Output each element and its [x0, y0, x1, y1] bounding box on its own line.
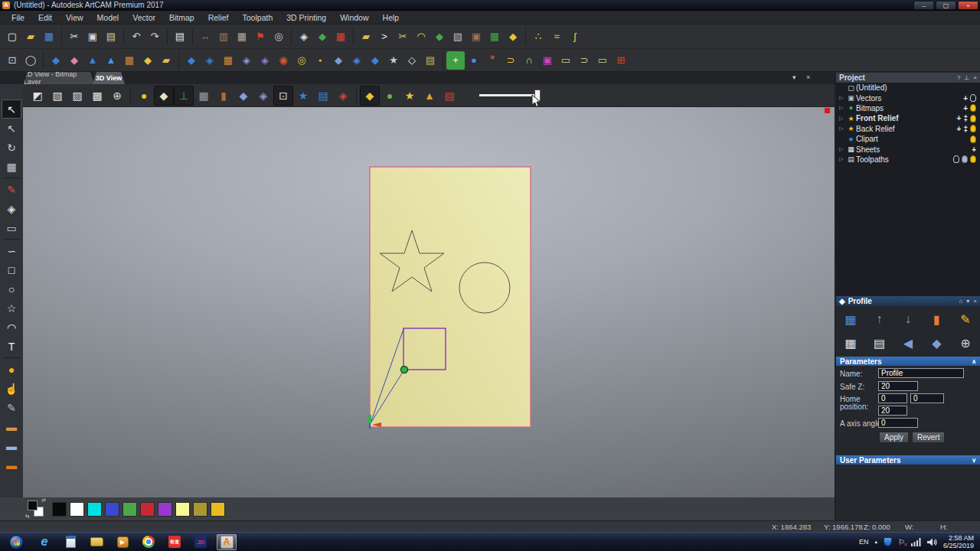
- expand-arrow-icon[interactable]: ▷: [839, 116, 846, 122]
- chisel-tool[interactable]: ▬: [2, 417, 21, 436]
- pyramid-icon[interactable]: ▲: [420, 86, 439, 106]
- origin-axes-icon[interactable]: ⊥: [174, 86, 194, 106]
- tree-item-back-relief[interactable]: ▷★Back Relief+‡: [836, 124, 980, 134]
- safez-field[interactable]: [878, 381, 918, 391]
- menu-file[interactable]: File: [5, 11, 31, 24]
- add-item-icon[interactable]: +: [957, 125, 962, 133]
- origin-y-marker[interactable]: [369, 423, 371, 429]
- menu-vector[interactable]: Vector: [126, 11, 162, 24]
- text-tool[interactable]: T: [2, 337, 21, 356]
- expand-arrow-icon[interactable]: ▷: [839, 95, 846, 101]
- redo-icon[interactable]: ↷: [145, 28, 164, 46]
- block-icon[interactable]: ◆: [234, 86, 253, 106]
- blue-jug-icon[interactable]: ●: [465, 51, 483, 70]
- youdao-icon[interactable]: 有道: [165, 534, 185, 550]
- color-tiles-icon[interactable]: ▦: [233, 28, 251, 46]
- circle-tool[interactable]: ○: [2, 279, 21, 298]
- transform-tool[interactable]: ↻: [2, 138, 21, 157]
- machine-region-icon[interactable]: ⊞: [612, 51, 630, 70]
- node-path-icon[interactable]: ʃ: [566, 28, 584, 46]
- layer-stack-icon[interactable]: ▤: [421, 51, 439, 70]
- raise-relief-icon[interactable]: ◈: [237, 51, 256, 70]
- gate-icon[interactable]: ∩: [520, 51, 538, 70]
- reset-colors-icon[interactable]: ⇆: [25, 514, 30, 520]
- profile-float-icon[interactable]: ⌂: [959, 298, 962, 305]
- wrap-relief-icon[interactable]: ◆: [329, 51, 348, 70]
- open-folder-icon[interactable]: ▰: [21, 28, 40, 46]
- add-relief-icon[interactable]: +: [446, 51, 465, 70]
- menu-relief[interactable]: Relief: [201, 11, 236, 24]
- vector-library-icon[interactable]: ▰: [357, 28, 375, 46]
- cut-icon[interactable]: ✂: [65, 28, 83, 46]
- tab-2d-view[interactable]: 2D View - Bitmap Layer: [24, 72, 94, 84]
- copy-icon[interactable]: ▣: [83, 28, 102, 46]
- color-swatch-icon[interactable]: ▦: [332, 28, 350, 46]
- palette-swatch-8[interactable]: [193, 502, 207, 517]
- network-icon[interactable]: [911, 538, 921, 546]
- expand-arrow-icon[interactable]: ▷: [839, 156, 846, 162]
- mirror-relief-icon[interactable]: ▥: [214, 28, 233, 46]
- offset-vector-icon[interactable]: ◆: [430, 28, 449, 46]
- layers-3d-icon[interactable]: ▤: [313, 86, 333, 106]
- explorer-icon[interactable]: [87, 534, 106, 550]
- user-parameters-header[interactable]: User Parameters ∨: [836, 455, 980, 465]
- palette-swatch-6[interactable]: [158, 502, 172, 517]
- copy-view-icon[interactable]: ⊡: [273, 86, 293, 106]
- tab-close-icon[interactable]: ×: [806, 73, 810, 81]
- user-parameters-expand-icon[interactable]: ∨: [972, 457, 976, 464]
- profile-close-icon[interactable]: ×: [973, 298, 977, 305]
- iso-view-icon[interactable]: ◩: [28, 86, 47, 106]
- notes-icon[interactable]: ▤: [171, 28, 189, 46]
- tab-3d-view[interactable]: 3D View: [93, 72, 125, 84]
- tree-item-toolpaths[interactable]: ▷▤Toolpaths: [836, 155, 980, 165]
- trim-vectors-icon[interactable]: ⊃: [575, 51, 593, 70]
- view-top-icon[interactable]: ▩: [87, 86, 107, 106]
- star-tool[interactable]: ☆: [2, 298, 21, 318]
- palette-swatch-7[interactable]: [175, 502, 190, 517]
- menu-view[interactable]: View: [59, 11, 90, 24]
- freehand-tool[interactable]: ∽: [2, 241, 21, 260]
- snip-vector-icon[interactable]: ✂: [394, 28, 412, 46]
- draw-plane-icon[interactable]: ◆: [154, 86, 174, 106]
- palette-swatch-1[interactable]: [70, 502, 84, 517]
- half-relief-icon[interactable]: ◈: [201, 51, 219, 70]
- menu-window[interactable]: Window: [333, 11, 375, 24]
- move-down-icon[interactable]: ↓: [897, 309, 919, 329]
- undo-icon[interactable]: ↶: [127, 28, 145, 46]
- fg-bg-color-selector[interactable]: ⇄ ⇆: [28, 500, 44, 517]
- pencil-tool[interactable]: ✎: [2, 180, 21, 199]
- sculpt-drop-tool[interactable]: ●: [2, 360, 21, 379]
- expand-arrow-icon[interactable]: ▷: [839, 105, 846, 111]
- menu-edit[interactable]: Edit: [31, 11, 59, 24]
- star-ball-icon[interactable]: ★: [384, 51, 403, 70]
- origin-z-marker[interactable]: [368, 415, 371, 423]
- language-indicator[interactable]: EN: [859, 538, 869, 546]
- home-y-field[interactable]: [910, 393, 944, 403]
- shading-slider-track[interactable]: [479, 94, 539, 96]
- palette-swatch-5[interactable]: [140, 502, 155, 517]
- round-rect-icon[interactable]: ▭: [593, 51, 612, 70]
- view-close-indicator[interactable]: [825, 108, 830, 113]
- rotate-view-icon[interactable]: ◯: [21, 51, 40, 70]
- volume-icon[interactable]: [927, 538, 937, 546]
- gold-plane-icon[interactable]: ◆: [360, 86, 380, 106]
- model-canvas[interactable]: [23, 107, 835, 497]
- bulb-yellow-icon[interactable]: [970, 155, 976, 163]
- combine-vectors-icon[interactable]: ▭: [557, 51, 575, 70]
- jd-icon[interactable]: JD: [191, 534, 211, 550]
- rotary-icon[interactable]: ◈: [253, 86, 273, 106]
- star-3d-icon[interactable]: ★: [293, 86, 313, 106]
- tab-collapse-icon[interactable]: ▾: [792, 73, 796, 81]
- clock[interactable]: 2:58 AM 6/25/2019: [943, 534, 974, 549]
- fold-relief-icon[interactable]: ◈: [348, 51, 366, 70]
- relief-library-icon[interactable]: ▰: [157, 51, 175, 70]
- dome-layer-icon[interactable]: ◆: [139, 51, 157, 70]
- parameters-collapse-icon[interactable]: ∧: [972, 358, 976, 365]
- smooth-two-icon[interactable]: ◆: [182, 51, 201, 70]
- chrome-icon[interactable]: [139, 534, 158, 550]
- dome-icon[interactable]: ◆: [504, 28, 522, 46]
- view-side-icon[interactable]: ▨: [67, 86, 87, 106]
- ring-3d-icon[interactable]: ◈: [333, 86, 353, 106]
- transform-profile-icon[interactable]: ⊕: [955, 333, 976, 353]
- maximize-button[interactable]: ▢: [936, 1, 956, 10]
